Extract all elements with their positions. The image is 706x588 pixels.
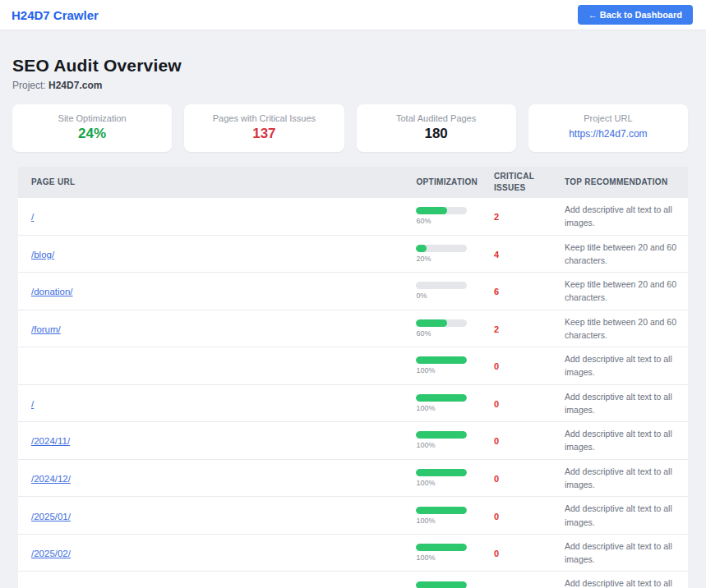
column-header-page-url: Page URL (18, 167, 408, 198)
page-title: SEO Audit Overview (12, 56, 688, 76)
stat-card-label: Site Optimization (19, 113, 165, 123)
optimization-percent-label: 60% (416, 329, 478, 338)
optimization-progress-bar (416, 431, 467, 439)
project-url-link[interactable]: https://h24d7.com (569, 128, 647, 140)
app-brand[interactable]: H24D7 Crawler (12, 8, 99, 22)
page-url-link[interactable]: /blog/ (31, 250, 54, 260)
critical-issues-count: 6 (494, 287, 499, 296)
project-subtitle: Project: H24D7.com (12, 80, 688, 91)
critical-issues-count: 0 (494, 512, 499, 521)
optimization-percent-label: 20% (416, 255, 478, 263)
optimization-progress-fill (416, 207, 446, 214)
project-label: Project: (12, 80, 46, 91)
critical-issues-count: 0 (494, 549, 499, 558)
table-row: /2024/11/ 100% 0 Add descriptive alt tex… (18, 422, 688, 460)
optimization-percent-label: 100% (416, 517, 478, 525)
optimization-progress-bar (416, 282, 467, 289)
optimization-percent-label: 100% (416, 554, 478, 562)
back-to-dashboard-button[interactable]: ← Back to Dashboard (578, 5, 693, 25)
optimization-progress-fill (416, 245, 426, 252)
stat-card-label: Project URL (535, 113, 681, 123)
stat-cards: Site Optimization 24% Pages with Critica… (12, 104, 688, 152)
critical-issues-count: 2 (494, 212, 499, 222)
optimization-percent-label: 100% (416, 404, 478, 412)
top-recommendation-text: Add descriptive alt text to all images. (565, 465, 680, 492)
page-url-link[interactable]: / (31, 212, 34, 222)
top-bar: H24D7 Crawler ← Back to Dashboard (0, 0, 706, 30)
page-url-link[interactable]: /2024/11/ (31, 436, 70, 446)
top-recommendation-text: Keep title between 20 and 60 characters. (565, 241, 680, 268)
optimization-progress-fill (416, 469, 467, 476)
column-header-critical-issues: Critical Issues (486, 167, 556, 198)
stat-card: Project URL https://h24d7.com (528, 104, 688, 152)
optimization-progress-bar (416, 356, 467, 364)
table-row: /forum/ 60% 2 Keep title between 20 and … (18, 310, 688, 347)
column-header-optimization: Optimization (408, 167, 486, 198)
top-recommendation-text: Add descriptive alt text to all images. (565, 502, 680, 529)
optimization-progress-fill (416, 581, 467, 588)
stat-card-label: Total Audited Pages (363, 113, 510, 123)
top-recommendation-text: Add descriptive alt text to all images. (565, 390, 680, 417)
critical-issues-count: 2 (494, 324, 499, 334)
main-content: SEO Audit Overview Project: H24D7.com Si… (0, 56, 706, 588)
stat-card: Pages with Critical Issues 137 (184, 104, 344, 152)
optimization-progress-bar (416, 581, 467, 588)
stat-card-value: 24% (19, 126, 165, 142)
optimization-progress-bar (416, 207, 467, 214)
table-row: 100% 0 Add descriptive alt text to all i… (18, 347, 688, 385)
critical-issues-count: 4 (494, 250, 499, 260)
stat-card: Total Audited Pages 180 (357, 104, 516, 152)
table-row: /blog/ 20% 4 Keep title between 20 and 6… (18, 235, 688, 273)
stat-card-label: Pages with Critical Issues (191, 113, 337, 123)
top-recommendation-text: Keep title between 20 and 60 characters. (565, 315, 680, 342)
optimization-progress-fill (416, 431, 467, 439)
stat-card: Site Optimization 24% (12, 104, 172, 152)
optimization-progress-bar (416, 469, 467, 476)
table-row: /donation/ 0% 6 Keep title between 20 an… (18, 273, 688, 310)
critical-issues-count: 0 (494, 399, 499, 409)
stat-card-value: 180 (363, 126, 510, 142)
optimization-percent-label: 0% (416, 292, 478, 300)
optimization-progress-bar (416, 507, 467, 514)
table-row: / 100% 0 Add descriptive alt text to all… (18, 384, 688, 422)
optimization-progress-bar (416, 319, 467, 327)
optimization-progress-fill (416, 356, 467, 364)
top-recommendation-text: Add descriptive alt text to all images. (565, 427, 680, 454)
table-row: / 60% 2 Add descriptive alt text to all … (18, 198, 688, 236)
table-header-row: Page URL Optimization Critical Issues To… (18, 167, 688, 198)
page-url-link[interactable]: /2024/12/ (31, 474, 71, 484)
top-recommendation-text: Keep title between 20 and 60 characters. (565, 278, 680, 305)
top-recommendation-text: Add descriptive alt text to all images. (565, 577, 680, 588)
page-url-link[interactable]: /2025/02/ (31, 549, 71, 558)
optimization-progress-bar (416, 394, 467, 402)
table-row: /2025/03/ 100% 0 Add descriptive alt tex… (18, 572, 688, 588)
optimization-percent-label: 60% (416, 217, 478, 225)
optimization-percent-label: 100% (416, 479, 478, 487)
project-name: H24D7.com (48, 80, 102, 91)
column-header-top-recommendation: Top Recommendation (556, 167, 688, 198)
page-url-link[interactable]: /forum/ (31, 324, 61, 334)
critical-issues-count: 0 (494, 436, 499, 446)
optimization-progress-fill (416, 319, 446, 327)
page-url-link[interactable]: /2025/01/ (31, 512, 71, 521)
critical-issues-count: 0 (494, 361, 499, 371)
stat-card-value: 137 (191, 126, 337, 142)
page-url-link[interactable]: /donation/ (31, 287, 73, 296)
top-recommendation-text: Add descriptive alt text to all images. (565, 540, 680, 567)
top-recommendation-text: Add descriptive alt text to all images. (565, 203, 680, 230)
optimization-progress-fill (416, 394, 467, 402)
critical-issues-count: 0 (494, 474, 499, 484)
page-url-link[interactable]: / (31, 399, 34, 409)
table-row: /2025/01/ 100% 0 Add descriptive alt tex… (18, 497, 688, 535)
audit-table-section: Page URL Optimization Critical Issues To… (18, 167, 688, 588)
optimization-percent-label: 100% (416, 366, 478, 374)
optimization-progress-bar (416, 245, 467, 252)
top-recommendation-text: Add descriptive alt text to all images. (565, 352, 680, 379)
table-row: /2025/02/ 100% 0 Add descriptive alt tex… (18, 534, 688, 572)
audit-table: Page URL Optimization Critical Issues To… (18, 167, 688, 588)
optimization-progress-fill (416, 544, 467, 551)
optimization-progress-bar (416, 544, 467, 551)
table-row: /2024/12/ 100% 0 Add descriptive alt tex… (18, 459, 688, 497)
optimization-percent-label: 100% (416, 441, 478, 449)
optimization-progress-fill (416, 507, 467, 514)
